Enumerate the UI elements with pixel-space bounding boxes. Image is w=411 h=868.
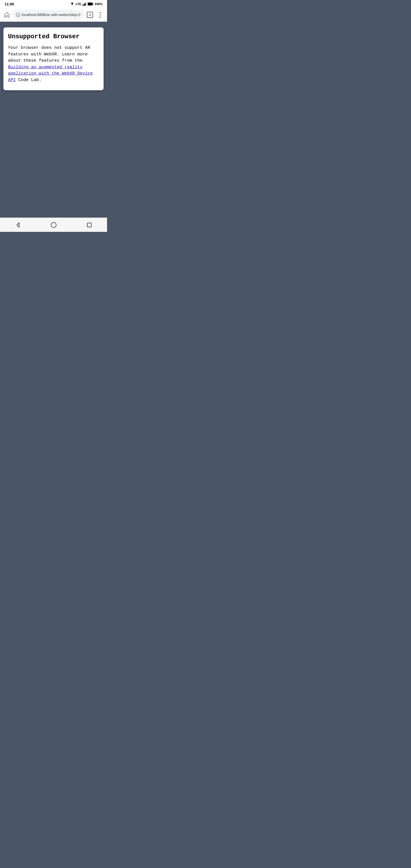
card-body-text-1: Your browser does not support AR feature… xyxy=(8,45,90,63)
home-button[interactable] xyxy=(3,11,11,19)
info-icon: i xyxy=(16,13,20,17)
back-icon xyxy=(14,222,22,228)
page-content: Unsupported Browser Your browser does no… xyxy=(0,22,107,218)
card-body-text-2: Code Lab. xyxy=(16,78,41,83)
home-icon xyxy=(4,12,10,18)
lte-label: LTE xyxy=(76,2,81,6)
card-body: Your browser does not support AR feature… xyxy=(8,45,99,83)
address-bar[interactable]: i localhost:8888/ar-with-webxr/step-0 xyxy=(13,10,84,20)
svg-rect-12 xyxy=(87,223,91,227)
status-bar: 11:00 LTE 100% xyxy=(0,0,107,8)
battery-icon xyxy=(88,2,93,6)
unsupported-browser-card: Unsupported Browser Your browser does no… xyxy=(3,27,104,90)
card-title: Unsupported Browser xyxy=(8,33,99,40)
menu-dot-3 xyxy=(100,17,101,18)
svg-rect-3 xyxy=(86,2,87,6)
status-icons: LTE 100% xyxy=(70,2,102,6)
wifi-icon xyxy=(70,2,74,6)
svg-rect-5 xyxy=(92,3,93,5)
recents-button[interactable] xyxy=(84,219,95,231)
svg-marker-10 xyxy=(17,223,19,227)
back-button[interactable] xyxy=(12,219,24,231)
svg-rect-2 xyxy=(85,3,86,6)
nav-home-button[interactable] xyxy=(48,219,59,231)
svg-point-11 xyxy=(51,222,56,227)
bottom-nav-bar xyxy=(0,218,107,232)
recents-icon xyxy=(86,222,93,228)
svg-rect-1 xyxy=(84,4,85,6)
tab-count-badge: 3 xyxy=(87,12,93,18)
svg-rect-0 xyxy=(83,5,83,6)
browser-chrome: i localhost:8888/ar-with-webxr/step-0 3 xyxy=(0,8,107,22)
nav-home-icon xyxy=(50,222,57,228)
menu-dot-1 xyxy=(100,12,101,13)
svg-rect-6 xyxy=(88,3,92,5)
status-time: 11:00 xyxy=(5,2,14,6)
tabs-button[interactable]: 3 xyxy=(86,11,94,19)
signal-icon xyxy=(83,2,87,6)
svg-text:i: i xyxy=(18,14,18,17)
menu-dot-2 xyxy=(100,14,101,16)
address-bar-text: localhost:8888/ar-with-webxr/step-0 xyxy=(22,12,80,17)
menu-button[interactable] xyxy=(96,11,104,19)
battery-percent: 100% xyxy=(94,2,102,6)
